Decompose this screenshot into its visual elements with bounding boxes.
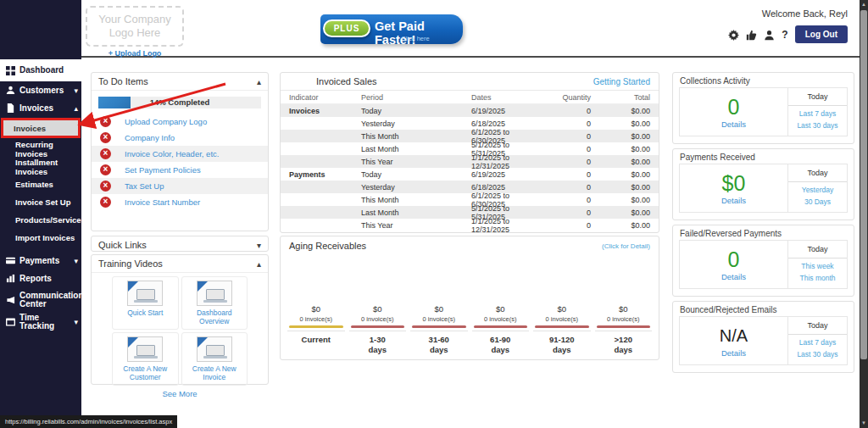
cell-quantity: 0 — [543, 208, 603, 217]
gear-icon[interactable] — [728, 29, 739, 40]
thumbs-up-icon[interactable] — [746, 29, 757, 40]
help-icon[interactable]: ? — [782, 29, 787, 41]
cell-quantity: 0 — [543, 196, 603, 204]
sidebar-subitem-invoice-set-up[interactable]: Invoice Set Up — [0, 193, 81, 211]
collapse-chevron-icon[interactable]: ▴ — [257, 77, 261, 86]
company-logo-placeholder[interactable]: Your Company Logo Here — [86, 6, 184, 47]
scroll-up-icon[interactable]: ▲ — [860, 0, 868, 9]
upload-logo-link[interactable]: + Upload Logo — [86, 49, 184, 58]
expand-chevron-icon[interactable]: ▾ — [257, 241, 261, 250]
sidebar-subitem-invoices[interactable]: Invoices — [1, 118, 81, 138]
sidebar-item-customers[interactable]: Customers▾ — [0, 81, 81, 99]
todo-item-link[interactable]: Invoice Start Number — [125, 197, 200, 207]
details-link[interactable]: Details — [721, 196, 746, 205]
period-today-button[interactable]: Today — [788, 317, 847, 335]
cell-period: Today — [361, 107, 471, 115]
column-header-dates: Dates — [471, 93, 543, 102]
period-link-30-days[interactable]: 30 Days — [788, 194, 847, 206]
scroll-down-icon[interactable]: ▼ — [860, 419, 868, 428]
cell-period: This Month — [361, 196, 471, 204]
video-card-create-a-new-invoice[interactable]: Create A New Invoice — [181, 332, 248, 386]
sidebar-subitem-label: Products/Services — [15, 215, 86, 225]
sidebar-item-communication-center[interactable]: Communication Center▾ — [0, 287, 81, 313]
bucket-invoice-count: 0 invoice(s) — [287, 315, 345, 323]
period-link-last-7-days[interactable]: Last 7 days — [788, 106, 847, 118]
sidebar-subitem-installment-invoices[interactable]: Installment Invoices — [0, 158, 81, 175]
banner-click-here[interactable]: Click here — [375, 35, 456, 42]
todo-list: ×Upload Company Logo×Company Info×Invoic… — [92, 114, 268, 210]
bucket-color-bar — [535, 325, 589, 328]
dashboard-grid-icon — [6, 66, 15, 75]
reports-chart-icon — [6, 274, 15, 283]
cell-period: Yesterday — [361, 183, 471, 192]
todo-item-link[interactable]: Invoice Color, Header, etc. — [125, 149, 219, 158]
cell-period: Yesterday — [361, 120, 471, 128]
stat-value: 0 — [728, 96, 740, 118]
collapse-chevron-icon[interactable]: ▴ — [257, 259, 261, 269]
period-link-yesterday[interactable]: Yesterday — [788, 182, 847, 194]
cell-quantity: 0 — [543, 132, 603, 141]
bucket-color-bar — [412, 325, 466, 328]
period-link-last-30-days[interactable]: Last 30 days — [788, 347, 847, 359]
cell-period: This Year — [361, 221, 471, 230]
cell-quantity: 0 — [543, 170, 603, 179]
person-icon[interactable] — [764, 29, 775, 40]
sales-table-row: PaymentsToday6/19/20250$0.00 — [281, 168, 659, 181]
period-link-this-month[interactable]: This month — [788, 270, 847, 282]
sidebar-item-label: Time Tracking — [19, 314, 72, 331]
training-videos-title: Training Videos — [98, 258, 163, 269]
period-today-button[interactable]: Today — [788, 241, 847, 258]
bucket-label: 1-30 days — [349, 331, 407, 355]
period-link-this-week[interactable]: This week — [788, 258, 847, 270]
sales-table-row: Yesterday6/18/20250$0.00 — [281, 181, 659, 193]
top-header: Your Company Logo Here + Upload Logo PLU… — [81, 0, 860, 58]
sidebar-subitem-estimates[interactable]: Estimates — [0, 175, 81, 193]
scrollbar-thumb[interactable] — [860, 10, 867, 359]
period-today-button[interactable]: Today — [788, 88, 847, 106]
aging-receivables-header: Aging Receivables (Click for Detail) — [281, 236, 659, 255]
video-card-create-a-new-customer[interactable]: Create A New Customer — [112, 332, 179, 386]
getting-started-link[interactable]: Getting Started — [593, 77, 650, 86]
period-link-last-7-days[interactable]: Last 7 days — [788, 335, 847, 347]
video-card-dashboard-overview[interactable]: Dashboard Overview — [181, 276, 248, 330]
cell-dates: 1/1/2025 to 12/31/2025 — [471, 153, 543, 170]
logout-button[interactable]: Log Out — [795, 25, 848, 43]
todo-item-link[interactable]: Upload Company Logo — [125, 117, 207, 126]
todo-item-link[interactable]: Tax Set Up — [125, 181, 164, 191]
todo-item-link[interactable]: Company Info — [125, 133, 175, 142]
user-controls: ? Log Out — [728, 25, 848, 43]
aging-bucket-31-60-days: $00 invoice(s)31-60 days — [410, 304, 468, 355]
sidebar-item-dashboard[interactable]: Dashboard — [0, 59, 81, 81]
bucket-color-bar — [351, 325, 405, 328]
details-link[interactable]: Details — [721, 348, 746, 358]
period-today-button[interactable]: Today — [788, 164, 847, 182]
sidebar-subitem-recurring-invoices[interactable]: Recurring Invoices — [0, 140, 81, 158]
see-more-link[interactable]: See More — [92, 389, 268, 398]
sales-table-row: This Year1/1/2025 to 12/31/20250$0.00 — [281, 155, 659, 168]
sidebar-item-reports[interactable]: Reports — [0, 270, 81, 287]
sidebar-subitem-import-invoices[interactable]: Import Invoices — [0, 229, 81, 247]
main-content: To Do Items ▴ 14% Completed ×Upload Comp… — [81, 59, 860, 415]
sidebar-subitem-label: Invoices — [14, 124, 46, 133]
click-for-detail-link[interactable]: (Click for Detail) — [602, 242, 650, 250]
sidebar-subitem-label: Recurring Invoices — [15, 140, 81, 158]
period-link-last-30-days[interactable]: Last 30 days — [788, 118, 847, 130]
sidebar-subitem-products-services[interactable]: Products/Services — [0, 211, 81, 229]
cell-total: $0.00 — [603, 170, 650, 179]
sidebar-item-time-tracking[interactable]: Time Tracking▾ — [0, 313, 81, 331]
sidebar-item-payments[interactable]: Payments▾ — [0, 252, 81, 270]
payments-card-icon — [6, 256, 15, 265]
get-paid-faster-banner[interactable]: PLUS Get Paid Faster! Click here — [320, 14, 463, 44]
stat-value: N/A — [720, 325, 748, 347]
column-header-period: Period — [361, 93, 471, 102]
details-link[interactable]: Details — [721, 120, 746, 129]
aging-chart-area — [281, 255, 659, 304]
video-card-quick-start[interactable]: Quick Start — [112, 276, 179, 330]
details-link[interactable]: Details — [721, 272, 746, 281]
cell-total: $0.00 — [603, 221, 650, 230]
sidebar-item-invoices[interactable]: Invoices▴ — [0, 99, 81, 117]
sales-table-row: Yesterday6/18/20250$0.00 — [281, 117, 659, 130]
vertical-scrollbar[interactable]: ▲ ▼ — [860, 0, 868, 428]
todo-item-link[interactable]: Set Payment Policies — [125, 165, 201, 175]
sales-table-row: InvoicesToday6/19/20250$0.00 — [281, 104, 659, 117]
